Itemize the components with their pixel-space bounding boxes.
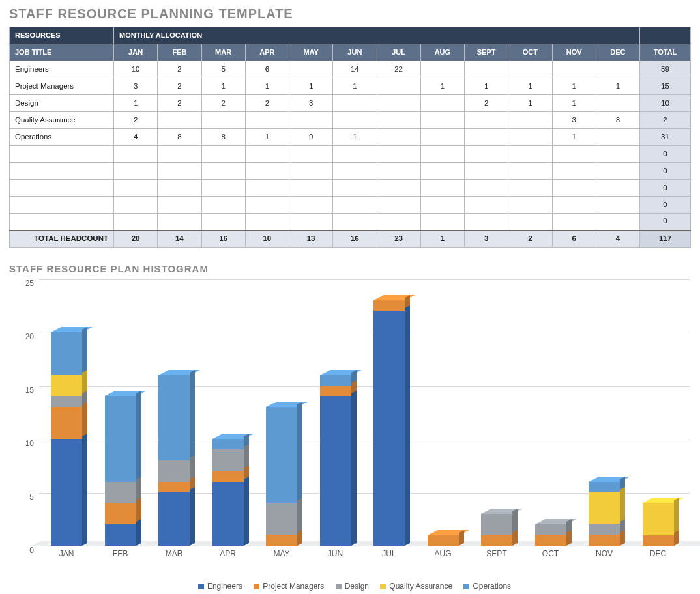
allocation-cell — [114, 180, 158, 197]
allocation-cell — [465, 163, 508, 180]
row-total-cell: 0 — [640, 163, 691, 180]
y-tick-label: 5 — [29, 492, 34, 502]
allocation-cell — [420, 129, 464, 146]
allocation-cell — [377, 180, 420, 197]
allocation-cell: 1 — [420, 78, 464, 95]
row-total-cell: 2 — [640, 112, 691, 129]
allocation-cell: 8 — [201, 129, 245, 146]
resource-cell — [10, 146, 114, 163]
bar-column — [481, 514, 512, 546]
allocation-cell — [377, 163, 420, 180]
x-axis-label: SEPT — [471, 549, 523, 558]
footer-cell: 2 — [508, 231, 552, 248]
x-axis-label: JAN — [40, 549, 93, 558]
footer-label: TOTAL HEADCOUNT — [10, 231, 114, 248]
allocation-cell — [245, 112, 289, 129]
allocation-cell — [508, 112, 552, 129]
allocation-cell — [158, 146, 201, 163]
y-tick-label: 25 — [25, 279, 34, 288]
allocation-cell — [201, 197, 245, 214]
allocation-cell — [377, 78, 420, 95]
allocation-cell: 1 — [333, 78, 377, 95]
chart-y-axis: 0510152025 — [12, 279, 38, 546]
allocation-cell: 3 — [552, 112, 596, 129]
allocation-cell — [596, 180, 639, 197]
allocation-cell: 2 — [201, 95, 245, 112]
table-row: 0 — [10, 146, 691, 163]
x-axis-label: DEC — [632, 549, 684, 558]
bar-segment — [105, 524, 136, 546]
bar-segment — [320, 396, 351, 546]
footer-grand-total: 117 — [640, 231, 691, 248]
bar-segment — [481, 514, 512, 535]
resource-cell: Engineers — [10, 61, 114, 78]
chart-legend: Engineers Project Managers Design Qualit… — [9, 582, 691, 591]
allocation-cell — [420, 197, 464, 214]
table-row: Project Managers3211111111115 — [10, 78, 691, 95]
allocation-cell — [289, 214, 333, 231]
bar-segment — [481, 535, 512, 546]
resource-cell — [10, 197, 114, 214]
row-total-cell: 10 — [640, 95, 691, 112]
allocation-cell — [245, 214, 289, 231]
allocation-cell — [245, 163, 289, 180]
allocation-cell: 1 — [245, 78, 289, 95]
header-month: MAY — [289, 44, 333, 61]
allocation-cell — [420, 146, 464, 163]
allocation-cell — [420, 95, 464, 112]
allocation-cell: 22 — [377, 61, 420, 78]
allocation-cell — [552, 61, 596, 78]
bar-column — [643, 503, 674, 546]
allocation-cell — [465, 214, 508, 231]
bar-column — [320, 375, 351, 546]
x-axis-label: MAY — [255, 549, 308, 558]
allocation-cell — [333, 163, 377, 180]
header-month: SEPT — [465, 44, 508, 61]
allocation-cell: 2 — [114, 112, 158, 129]
allocation-cell — [377, 214, 420, 231]
header-month: NOV — [552, 44, 596, 61]
allocation-cell — [596, 214, 639, 231]
allocation-cell: 1 — [333, 129, 377, 146]
allocation-cell — [552, 197, 596, 214]
bar-segment — [158, 492, 190, 546]
bar-column — [105, 396, 136, 546]
allocation-cell: 2 — [158, 61, 201, 78]
header-blank — [640, 27, 691, 44]
row-total-cell: 0 — [640, 180, 691, 197]
allocation-cell — [289, 163, 333, 180]
allocation-cell — [114, 146, 158, 163]
allocation-cell — [508, 61, 552, 78]
row-total-cell: 0 — [640, 146, 691, 163]
allocation-cell: 1 — [114, 95, 158, 112]
gridline — [39, 279, 690, 280]
header-month: AUG — [420, 44, 464, 61]
footer-cell: 4 — [596, 231, 639, 248]
allocation-cell — [114, 197, 158, 214]
allocation-cell — [377, 112, 420, 129]
resource-cell: Operations — [10, 129, 114, 146]
allocation-cell — [114, 214, 158, 231]
footer-cell: 1 — [420, 231, 464, 248]
allocation-cell: 3 — [114, 78, 158, 95]
header-month: APR — [245, 44, 289, 61]
allocation-cell — [333, 180, 377, 197]
allocation-cell: 1 — [245, 129, 289, 146]
footer-cell: 20 — [114, 231, 158, 248]
allocation-cell: 2 — [465, 95, 508, 112]
bar-segment — [212, 439, 244, 449]
allocation-cell: 5 — [201, 61, 245, 78]
allocation-cell: 1 — [289, 78, 333, 95]
allocation-cell — [289, 180, 333, 197]
allocation-cell — [465, 112, 508, 129]
allocation-cell: 3 — [289, 95, 333, 112]
bar-segment — [589, 482, 620, 492]
table-row: 0 — [10, 197, 691, 214]
allocation-cell — [289, 146, 333, 163]
allocation-cell: 4 — [114, 129, 158, 146]
resource-cell: Quality Assurance — [10, 112, 114, 129]
allocation-cell — [508, 180, 552, 197]
allocation-cell — [552, 163, 596, 180]
allocation-cell: 1 — [465, 78, 508, 95]
row-total-cell: 0 — [640, 214, 691, 231]
